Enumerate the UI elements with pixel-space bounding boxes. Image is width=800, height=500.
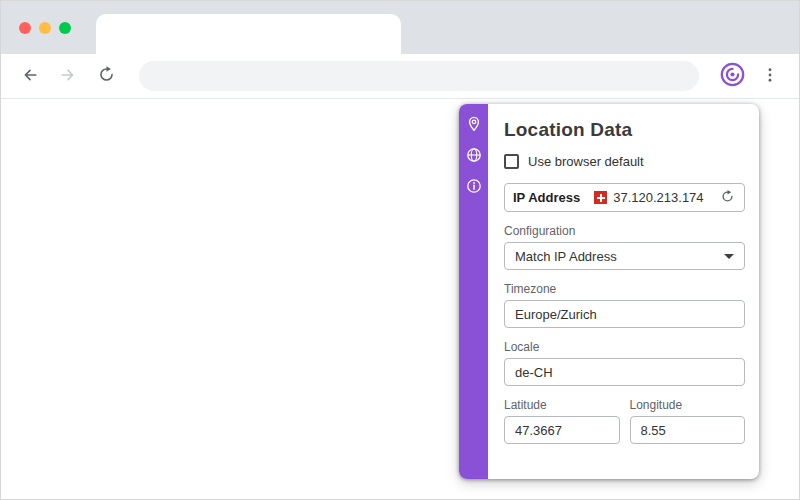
globe-icon[interactable] xyxy=(465,146,482,163)
ip-address-label: IP Address xyxy=(513,190,580,205)
refresh-icon xyxy=(720,189,735,207)
vytal-extension-icon xyxy=(719,61,746,91)
panel-sidebar xyxy=(459,104,488,479)
close-window-button[interactable] xyxy=(19,22,31,34)
timezone-label: Timezone xyxy=(504,282,745,296)
use-browser-default-label: Use browser default xyxy=(528,154,644,169)
address-input[interactable] xyxy=(153,68,685,85)
browser-tab[interactable] xyxy=(96,14,401,54)
back-arrow-icon xyxy=(20,65,40,88)
ip-address-box: IP Address 37.120.213.174 xyxy=(504,183,745,212)
browser-default-row: Use browser default xyxy=(504,154,745,169)
forward-arrow-icon xyxy=(58,65,78,88)
configuration-select[interactable]: Match IP Address xyxy=(504,242,745,270)
configuration-label: Configuration xyxy=(504,224,745,238)
panel-title: Location Data xyxy=(504,119,745,141)
longitude-label: Longitude xyxy=(630,398,746,412)
forward-button[interactable] xyxy=(51,59,85,93)
refresh-ip-button[interactable] xyxy=(719,189,736,206)
browser-window: { "colors": { "accent": "#8a51d6", "flag… xyxy=(0,0,800,500)
swiss-flag-icon xyxy=(594,191,607,204)
reload-icon xyxy=(97,65,116,87)
minimize-window-button[interactable] xyxy=(39,22,51,34)
latitude-field: Latitude xyxy=(504,386,620,444)
browser-toolbar xyxy=(1,54,799,99)
browser-menu-button[interactable] xyxy=(753,59,787,93)
panel-content: Location Data Use browser default IP Add… xyxy=(488,104,759,479)
longitude-input[interactable] xyxy=(630,416,746,444)
maximize-window-button[interactable] xyxy=(59,22,71,34)
window-controls xyxy=(19,22,71,34)
kebab-menu-icon xyxy=(761,66,779,87)
locale-label: Locale xyxy=(504,340,745,354)
coordinates-row: Latitude Longitude xyxy=(504,386,745,444)
browser-titlebar xyxy=(1,1,799,54)
address-bar[interactable] xyxy=(139,61,699,91)
location-data-panel: Location Data Use browser default IP Add… xyxy=(459,104,759,479)
dropdown-caret-icon xyxy=(724,254,734,259)
locale-input[interactable] xyxy=(504,358,745,386)
use-browser-default-checkbox[interactable] xyxy=(504,154,519,169)
back-button[interactable] xyxy=(13,59,47,93)
location-pin-icon[interactable] xyxy=(465,115,482,132)
longitude-field: Longitude xyxy=(630,386,746,444)
vytal-extension-button[interactable] xyxy=(715,59,749,93)
timezone-input[interactable] xyxy=(504,300,745,328)
latitude-label: Latitude xyxy=(504,398,620,412)
latitude-input[interactable] xyxy=(504,416,620,444)
ip-address-value: 37.120.213.174 xyxy=(613,190,703,205)
info-icon[interactable] xyxy=(465,177,482,194)
reload-button[interactable] xyxy=(89,59,123,93)
page-content: Location Data Use browser default IP Add… xyxy=(1,99,799,500)
configuration-selected-value: Match IP Address xyxy=(515,249,617,264)
